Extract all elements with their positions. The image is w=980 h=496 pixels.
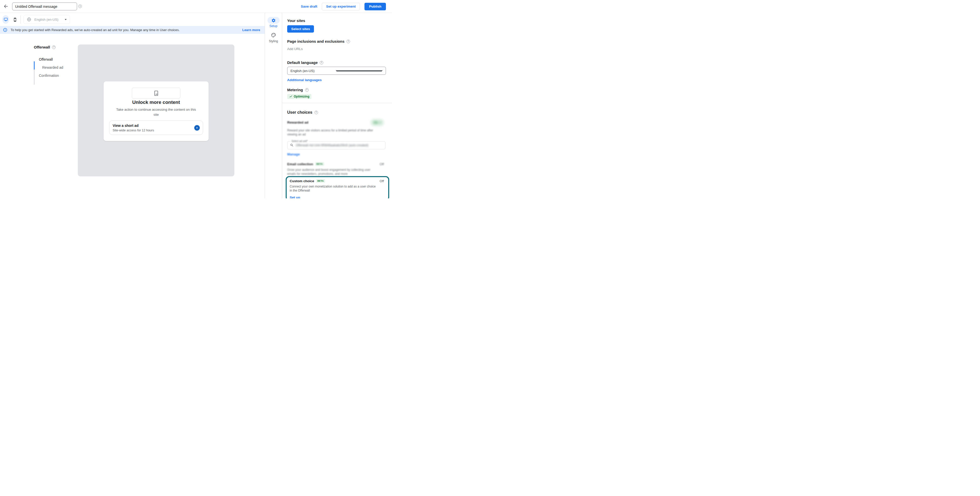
rewarded-ad-description: Reward your site visitors access for a l… [287, 128, 374, 136]
email-collection-label: Email collection [287, 162, 313, 166]
play-icon [196, 127, 198, 129]
page-inclusions-help-icon[interactable]: ? [347, 40, 350, 43]
rewarded-ad-status: On [374, 121, 378, 124]
settings-rail: Setup Styling [265, 13, 282, 43]
ad-unit-select-field[interactable]: Select ad unit* Offerwall-Ad-Unit-0f0849… [287, 141, 385, 149]
rewarded-ad-toggle[interactable]: On [371, 119, 384, 126]
metering-help-icon[interactable]: ? [305, 88, 309, 92]
info-banner: To help you get started with Rewarded ad… [0, 26, 265, 34]
page-inclusions-label: Page inclusions and exclusions [287, 39, 345, 43]
save-draft-button[interactable]: Save draft [301, 5, 317, 8]
page-inclusions-heading: Page inclusions and exclusions ? [287, 39, 387, 43]
back-button[interactable] [3, 3, 9, 10]
email-beta-badge: BETA [315, 162, 324, 166]
default-language-label: Default language [287, 61, 318, 65]
additional-languages-link[interactable]: Additional languages [287, 78, 322, 82]
title-help-icon[interactable]: ? [78, 5, 82, 8]
search-icon [290, 143, 294, 147]
view-ad-option[interactable]: View a short ad Site-wide access for 12 … [109, 121, 203, 135]
palette-icon [271, 32, 276, 38]
setup-panel: Your sites Select sites Page inclusions … [282, 13, 392, 198]
preview-title: Unlock more content [103, 100, 208, 105]
custom-choice-set-up-link[interactable]: Set up [290, 196, 300, 199]
banner-text: To help you get started with Rewarded ad… [11, 28, 180, 32]
offerwall-preview-card: Unlock more content Take action to conti… [103, 81, 208, 141]
user-choices-help-icon[interactable]: ? [315, 111, 318, 114]
default-language-select[interactable]: English (en-US) [287, 67, 386, 75]
offerwall-editor-screen: ? Save draft Set up experiment Publish [0, 0, 392, 198]
arrow-back-icon [3, 3, 9, 9]
tab-styling-label: Styling [265, 40, 282, 43]
nav-rail-active-indicator [34, 61, 35, 70]
ad-unit-field-label: Select ad unit* [291, 140, 309, 142]
preview-subtitle: Take action to continue accessing the co… [115, 107, 198, 117]
panel-divider [282, 103, 392, 103]
left-nav-title: Offerwall [34, 45, 50, 49]
desktop-icon [3, 17, 8, 22]
custom-choice-status: Off [380, 179, 384, 183]
globe-icon [27, 17, 31, 22]
email-collection-name: Email collection BETA [287, 162, 324, 166]
preview-language-value: English (en-US) [34, 18, 62, 21]
top-bar-actions: Save draft Set up experiment Publish [301, 0, 386, 13]
metering-status-badge: Optimizing [287, 94, 312, 99]
mobile-icon [13, 17, 17, 23]
user-choices-label: User choices [287, 110, 312, 115]
info-icon [3, 28, 7, 32]
rewarded-ad-row: Rewarded ad On [287, 119, 387, 126]
nav-item-confirmation[interactable]: Confirmation [34, 72, 78, 80]
metering-heading: Metering ? [287, 88, 387, 92]
left-nav-heading: Offerwall ? [34, 45, 78, 49]
play-button[interactable] [194, 125, 200, 131]
preview-toolbar: English (en-US) [0, 13, 265, 26]
select-sites-button[interactable]: Select sites [287, 25, 314, 33]
preview-language-dropdown[interactable]: English (en-US) [24, 15, 70, 24]
nav-items: Offerwall Rewarded ad Confirmation [34, 55, 78, 80]
learn-more-link[interactable]: Learn more [242, 28, 260, 32]
custom-choice-name: Custom choice BETA [290, 179, 325, 183]
message-structure-nav: Offerwall ? Offerwall Rewarded ad Confir… [34, 45, 78, 80]
setup-active-pill [267, 17, 280, 24]
custom-choice-section: Custom choice BETA Off Connect your own … [287, 179, 387, 199]
desktop-preview-toggle[interactable] [2, 15, 9, 24]
chevron-down-icon [379, 122, 381, 123]
ad-unit-value: Offerwall-Ad-Unit-0f0849aababc59c6 (auto… [296, 144, 368, 147]
tab-setup[interactable]: Setup [265, 17, 282, 28]
default-language-help-icon[interactable]: ? [320, 61, 323, 64]
chevron-down-icon [65, 19, 67, 20]
offerwall-preview-canvas: Unlock more content Take action to conti… [78, 45, 234, 176]
message-title-input[interactable] [12, 3, 77, 10]
metering-status-text: Optimizing [294, 95, 309, 98]
nav-item-offerwall[interactable]: Offerwall [34, 55, 78, 64]
email-collection-description: Grow your audience and boost engagement … [287, 168, 374, 176]
chevron-down-icon [336, 70, 383, 72]
mobile-preview-toggle[interactable] [12, 16, 18, 23]
custom-choice-row: Custom choice BETA Off [290, 179, 387, 183]
tab-styling[interactable]: Styling [265, 28, 282, 43]
view-ad-option-subtitle: Site-wide access for 12 hours [113, 129, 154, 132]
nav-item-rewarded-ad[interactable]: Rewarded ad [34, 64, 78, 72]
metering-label: Metering [287, 88, 303, 92]
logo-placeholder-box [132, 88, 180, 99]
email-collection-status: Off [380, 162, 384, 166]
top-bar: ? Save draft Set up experiment Publish [0, 0, 392, 13]
default-language-value: English (en-US) [291, 69, 336, 73]
rewarded-ad-name: Rewarded ad [287, 121, 309, 124]
email-collection-row: Email collection BETA Off [287, 162, 387, 166]
view-ad-option-title: View a short ad [113, 124, 138, 128]
custom-choice-beta-badge: BETA [316, 179, 325, 183]
your-sites-label: Your sites [287, 18, 305, 23]
set-up-experiment-button[interactable]: Set up experiment [322, 3, 360, 10]
optimizing-icon [289, 95, 293, 98]
manage-link[interactable]: Manage [287, 152, 300, 156]
user-choices-heading: User choices ? [287, 110, 387, 115]
custom-choice-description: Connect your own monetization solution t… [290, 185, 377, 193]
your-sites-heading: Your sites [287, 18, 387, 23]
gear-icon [271, 18, 276, 23]
default-language-heading: Default language ? [287, 61, 387, 65]
image-placeholder-icon [154, 91, 158, 96]
offerwall-help-icon[interactable]: ? [52, 45, 56, 49]
tab-setup-label: Setup [265, 24, 282, 28]
publish-button[interactable]: Publish [364, 3, 386, 10]
add-urls-input[interactable]: Add URLs [287, 47, 387, 51]
